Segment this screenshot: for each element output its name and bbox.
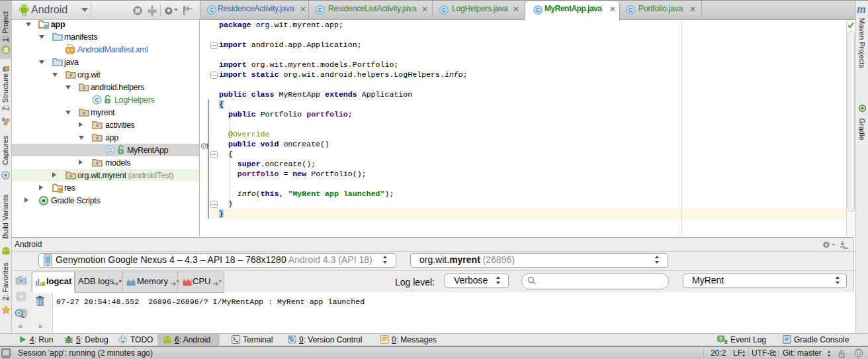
svg-text:C: C (629, 7, 632, 13)
svg-text:C: C (318, 7, 322, 13)
svg-text:C: C (95, 97, 99, 103)
svg-text:C: C (108, 147, 112, 154)
svg-text:C: C (536, 7, 540, 13)
svg-text:8: 8 (724, 338, 728, 344)
svg-text:C: C (442, 7, 446, 13)
svg-text:C: C (210, 7, 214, 13)
